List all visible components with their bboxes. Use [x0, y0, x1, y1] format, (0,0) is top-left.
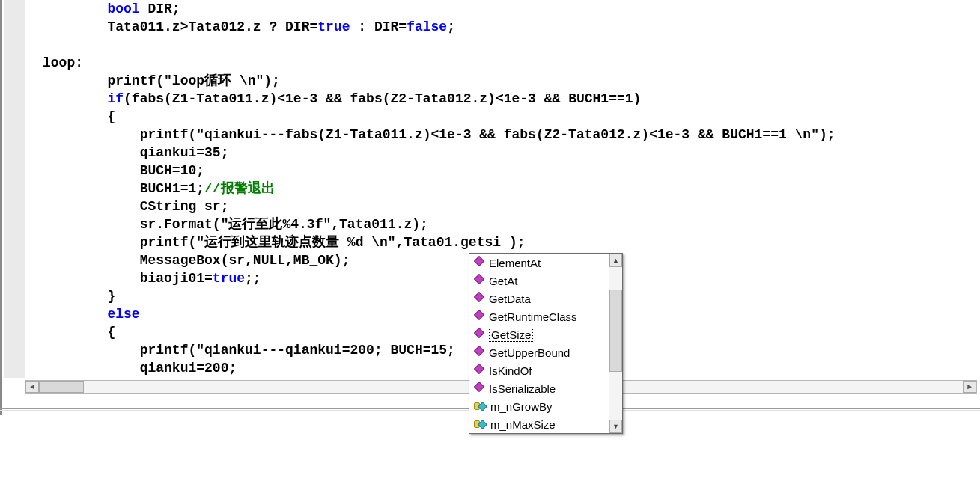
- code-token: qiankui=35;: [140, 145, 229, 160]
- method-icon: [474, 311, 484, 322]
- scroll-left-button[interactable]: ◄: [25, 381, 39, 393]
- scroll-up-button[interactable]: ▲: [609, 254, 622, 267]
- code-token: {: [107, 109, 115, 124]
- method-icon: [474, 257, 484, 268]
- code-line[interactable]: BUCH=10;: [28, 162, 980, 180]
- code-token: printf("loop循环 \n");: [107, 73, 279, 88]
- code-token: : DIR=: [350, 19, 407, 34]
- autocomplete-popup: ElementAtGetAtGetDataGetRuntimeClassGetS…: [469, 253, 623, 434]
- code-token: biaoji01=: [140, 271, 213, 286]
- code-token: sr.Format("运行至此%4.3f",Tata011.z);: [140, 217, 428, 232]
- code-line[interactable]: CString sr;: [28, 198, 980, 215]
- code-token: }: [107, 289, 115, 304]
- code-token: (fabs(Z1-Tata011.z)<1e-3 && fabs(Z2-Tata…: [124, 91, 641, 106]
- keyword-token: true: [213, 271, 245, 286]
- code-token: qiankui=200;: [140, 361, 237, 376]
- code-token: printf("qiankui---qiankui=200; BUCH=15;: [140, 343, 455, 358]
- code-token: Tata011.z>Tata012.z ? DIR=: [107, 19, 317, 34]
- gutter: [4, 0, 25, 378]
- scroll-thumb[interactable]: [39, 381, 84, 393]
- code-token: ;: [447, 19, 455, 34]
- autocomplete-item-iskindof[interactable]: IsKindOf: [469, 361, 609, 379]
- scroll-track[interactable]: [609, 267, 622, 420]
- autocomplete-label: GetUpperBound: [489, 346, 570, 359]
- code-token: {: [107, 325, 115, 340]
- autocomplete-item-elementat[interactable]: ElementAt: [469, 254, 609, 272]
- code-token: loop:: [43, 55, 83, 70]
- code-token: BUCH1=1;: [140, 181, 204, 196]
- autocomplete-label: ElementAt: [489, 257, 541, 269]
- autocomplete-label: IsKindOf: [489, 364, 532, 377]
- method-icon: [474, 293, 484, 304]
- method-icon: [474, 275, 484, 286]
- code-line[interactable]: loop:: [28, 54, 980, 72]
- method-icon: [474, 347, 484, 358]
- code-token: printf("qiankui---fabs(Z1-Tata011.z)<1e-…: [140, 127, 836, 142]
- code-token: MessageBox(sr,NULL,MB_OK);: [140, 253, 350, 268]
- keyword-token: if: [107, 91, 124, 106]
- autocomplete-label: GetData: [489, 293, 531, 305]
- method-icon: [474, 329, 484, 340]
- autocomplete-item-m_ngrowby[interactable]: m_nGrowBy: [469, 397, 609, 415]
- variable-icon: [474, 401, 486, 411]
- autocomplete-item-m_nmaxsize[interactable]: m_nMaxSize: [469, 415, 609, 433]
- code-line[interactable]: BUCH1=1;//报警退出: [28, 180, 980, 198]
- autocomplete-item-getdata[interactable]: GetData: [469, 290, 609, 307]
- autocomplete-item-getat[interactable]: GetAt: [469, 272, 609, 290]
- code-line[interactable]: sr.Format("运行至此%4.3f",Tata011.z);: [28, 215, 980, 233]
- autocomplete-item-getruntimeclass[interactable]: GetRuntimeClass: [469, 307, 609, 325]
- code-line[interactable]: printf("运行到这里轨迹点数量 %d \n",Tata01.getsi )…: [28, 233, 980, 251]
- autocomplete-label: m_nGrowBy: [490, 400, 553, 413]
- autocomplete-list[interactable]: ElementAtGetAtGetDataGetRuntimeClassGetS…: [469, 254, 609, 433]
- scroll-thumb[interactable]: [609, 290, 622, 372]
- keyword-token: else: [107, 307, 139, 322]
- code-line[interactable]: printf("loop循环 \n");: [28, 72, 980, 90]
- code-token: BUCH=10;: [140, 163, 204, 178]
- autocomplete-label: GetAt: [489, 275, 517, 287]
- method-icon: [474, 383, 484, 394]
- code-line[interactable]: Tata011.z>Tata012.z ? DIR=true : DIR=fal…: [28, 18, 980, 36]
- comment-token: //报警退出: [204, 181, 275, 196]
- keyword-token: false: [407, 19, 447, 34]
- autocomplete-label: GetRuntimeClass: [489, 310, 577, 323]
- variable-icon: [474, 419, 486, 429]
- autocomplete-item-getupperbound[interactable]: GetUpperBound: [469, 343, 609, 361]
- method-icon: [474, 365, 484, 376]
- keyword-token: true: [317, 19, 350, 34]
- code-token: ;;: [245, 271, 261, 286]
- autocomplete-label: m_nMaxSize: [490, 418, 556, 431]
- code-line[interactable]: printf("qiankui---fabs(Z1-Tata011.z)<1e-…: [28, 126, 980, 144]
- code-line[interactable]: [28, 36, 980, 54]
- autocomplete-scrollbar[interactable]: ▲ ▼: [609, 254, 622, 433]
- code-line[interactable]: if(fabs(Z1-Tata011.z)<1e-3 && fabs(Z2-Ta…: [28, 90, 980, 108]
- scroll-down-button[interactable]: ▼: [609, 420, 622, 433]
- code-line[interactable]: qiankui=35;: [28, 144, 980, 162]
- keyword-token: bool: [107, 1, 139, 16]
- code-token: CString sr;: [140, 199, 229, 214]
- autocomplete-label: IsSerializable: [489, 382, 556, 395]
- code-token: DIR;: [140, 1, 180, 16]
- autocomplete-label: GetSize: [489, 328, 533, 342]
- autocomplete-item-getsize[interactable]: GetSize: [469, 325, 609, 343]
- scroll-right-button[interactable]: ►: [963, 381, 976, 393]
- autocomplete-item-isserializable[interactable]: IsSerializable: [469, 379, 609, 397]
- code-line[interactable]: {: [28, 108, 980, 126]
- code-line[interactable]: bool DIR;: [28, 0, 980, 18]
- code-token: printf("运行到这里轨迹点数量 %d \n",Tata01.getsi )…: [140, 235, 526, 250]
